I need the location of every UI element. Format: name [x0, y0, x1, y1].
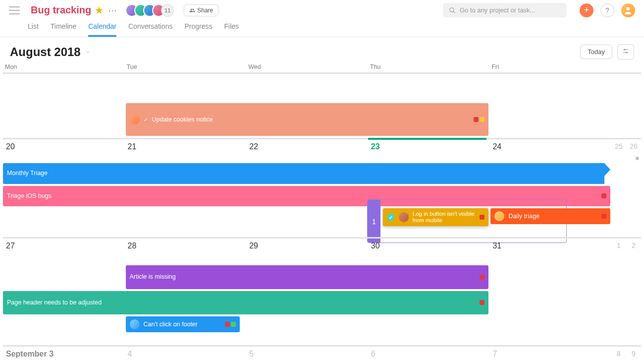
day-cell-weekend[interactable]: 25: [611, 138, 626, 162]
svg-point-2: [627, 7, 630, 10]
weekend-event-dot: [636, 157, 639, 160]
dow-sat: [611, 63, 626, 72]
event-title: Monthly Triage: [7, 170, 595, 177]
day-number: 26: [630, 142, 638, 150]
day-cell[interactable]: 6: [368, 345, 490, 361]
week-row: September 3 4 5 6 7 8 9: [3, 345, 641, 361]
global-add-button[interactable]: +: [580, 3, 593, 17]
tag-icon: [225, 322, 230, 327]
dow-thu: Thu: [368, 63, 490, 72]
day-cell-weekend[interactable]: 26: [626, 138, 641, 162]
chevron-down-icon: [85, 49, 91, 55]
share-button[interactable]: Share: [184, 4, 218, 16]
dow-mon: Mon: [3, 63, 125, 72]
event-triage-ios[interactable]: Triage iOS bugs: [3, 186, 610, 207]
day-cell[interactable]: September 3: [3, 345, 125, 361]
week-row: ✓ Update cookies notice: [3, 72, 641, 137]
avatar-overflow[interactable]: 11: [161, 4, 174, 17]
event-title: Update cookies notice: [152, 116, 470, 123]
day-cell[interactable]: [3, 72, 125, 102]
day-cell[interactable]: 4: [125, 345, 247, 361]
complete-check-icon[interactable]: [387, 213, 395, 221]
project-actions-icon[interactable]: ⋯: [108, 5, 117, 16]
tab-calendar[interactable]: Calendar: [88, 22, 116, 37]
tag-icon: [601, 214, 606, 219]
day-cell[interactable]: [246, 72, 368, 102]
week-row: 20 21 22 23 24 25 26 Monthly Triage Tria…: [3, 137, 641, 236]
day-cell[interactable]: [125, 72, 247, 102]
event-title: Triage iOS bugs: [7, 192, 597, 199]
tab-files[interactable]: Files: [224, 22, 239, 37]
day-cell[interactable]: 20: [3, 138, 125, 162]
star-icon[interactable]: ★: [95, 5, 103, 16]
day-cell-weekend[interactable]: 1: [611, 237, 626, 264]
dow-fri: Fri: [489, 63, 611, 72]
month-title-text: August 2018: [10, 45, 81, 59]
tag-icon: [480, 300, 484, 305]
day-cell[interactable]: 29: [246, 237, 368, 264]
project-tabs: List Timeline Calendar Conversations Pro…: [0, 17, 644, 37]
day-cell[interactable]: 24: [489, 138, 611, 162]
day-cell[interactable]: 22: [246, 138, 368, 162]
settings-button[interactable]: [617, 44, 634, 60]
day-headers: Mon Tue Wed Thu Fri: [0, 63, 644, 72]
week-row: 27 28 29 30 31 1 2 Article is missing Pa…: [3, 236, 641, 345]
day-cell-weekend[interactable]: [626, 72, 641, 102]
calendar: ✓ Update cookies notice 20 21 22 23 24 2…: [0, 72, 644, 361]
day-cell-today[interactable]: 23: [368, 138, 490, 162]
event-title: Article is missing: [130, 273, 476, 280]
day-cell[interactable]: [489, 72, 611, 102]
assignee-avatar: [399, 212, 409, 222]
day-cell[interactable]: 7: [489, 345, 611, 361]
event-daily-triage[interactable]: Daily triage: [490, 208, 610, 224]
search-input[interactable]: [443, 3, 567, 17]
dow-wed: Wed: [246, 63, 368, 72]
day-cell[interactable]: 31: [489, 237, 611, 264]
assignee-avatar: [130, 115, 140, 124]
svg-point-0: [450, 7, 454, 11]
day-cell-weekend[interactable]: 9: [626, 345, 641, 361]
assignee-avatar: [494, 211, 504, 221]
search-icon: [449, 7, 456, 14]
tab-progress[interactable]: Progress: [185, 22, 213, 37]
event-update-cookies[interactable]: ✓ Update cookies notice: [126, 103, 489, 136]
profile-avatar[interactable]: [621, 3, 635, 17]
tab-list[interactable]: List: [28, 22, 39, 37]
tag-icon: [231, 322, 236, 327]
day-cell[interactable]: 5: [246, 345, 368, 361]
settings-icon: [622, 48, 630, 55]
day-cell[interactable]: 21: [125, 138, 247, 162]
assignee-avatar: [130, 319, 140, 329]
event-login-button[interactable]: Log in button isn't visible from mobile: [383, 208, 489, 226]
event-article-missing[interactable]: Article is missing: [126, 265, 489, 289]
menu-icon[interactable]: [9, 6, 20, 14]
svg-line-1: [453, 11, 455, 13]
tab-conversations[interactable]: Conversations: [128, 22, 173, 37]
day-cell-weekend[interactable]: 8: [611, 345, 626, 361]
event-title: Daily triage: [508, 213, 597, 220]
today-indicator: [368, 138, 487, 140]
dow-tue: Tue: [125, 63, 247, 72]
tag-icon: [474, 117, 479, 122]
day-cell[interactable]: [368, 72, 490, 102]
tag-icon: [480, 117, 484, 122]
today-button[interactable]: Today: [580, 45, 612, 59]
dow-sun: [626, 63, 641, 72]
event-monthly-triage[interactable]: Monthly Triage: [3, 163, 604, 184]
tab-timeline[interactable]: Timeline: [51, 22, 76, 37]
day-cell[interactable]: 27: [3, 237, 125, 264]
month-title[interactable]: August 2018: [10, 45, 91, 59]
help-button[interactable]: ?: [600, 3, 614, 17]
day-cell-weekend[interactable]: [611, 72, 626, 102]
event-title: Page header needs to be adjusted: [7, 299, 476, 306]
event-cant-click-footer[interactable]: Can't click on footer: [126, 316, 240, 332]
search-field[interactable]: [460, 6, 561, 14]
day-cell[interactable]: 30: [368, 237, 490, 264]
tag-icon: [601, 193, 606, 198]
event-page-header[interactable]: Page header needs to be adjusted: [3, 291, 488, 315]
day-cell[interactable]: 28: [125, 237, 247, 264]
day-number: 23: [371, 142, 380, 151]
day-cell-weekend[interactable]: 2: [626, 237, 641, 264]
tag-icon: [480, 275, 484, 280]
member-avatars[interactable]: 11: [125, 4, 174, 17]
